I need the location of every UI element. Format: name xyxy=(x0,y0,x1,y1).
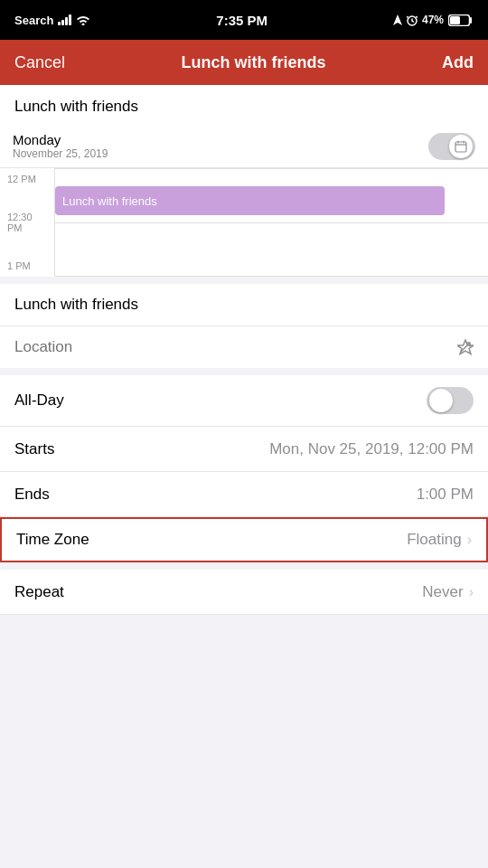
calendar-view-toggle[interactable] xyxy=(428,133,475,160)
ends-label: Ends xyxy=(14,486,417,504)
calendar-day-header: Monday November 25, 2019 xyxy=(0,125,488,168)
event-block-text: Lunch with friends xyxy=(62,194,157,208)
ends-row[interactable]: Ends 1:00 PM xyxy=(0,472,488,517)
time-label-1pm: 1 PM xyxy=(7,260,49,271)
all-day-row[interactable]: All-Day xyxy=(0,375,488,427)
battery-icon xyxy=(448,14,474,26)
location-status-icon xyxy=(393,14,402,25)
time-label-12pm: 12 PM xyxy=(7,174,49,184)
nav-bar: Cancel Lunch with friends Add xyxy=(0,40,488,85)
timeline-line-mid xyxy=(55,222,488,223)
repeat-row[interactable]: Repeat Never › xyxy=(0,570,488,615)
wifi-icon xyxy=(76,14,90,25)
signal-icon xyxy=(58,14,71,25)
add-button[interactable]: Add xyxy=(442,53,474,72)
carrier-text: Search xyxy=(14,14,53,27)
nav-title: Lunch with friends xyxy=(182,53,326,72)
location-input[interactable] xyxy=(14,338,450,356)
starts-row[interactable]: Starts Mon, Nov 25, 2019, 12:00 PM xyxy=(0,427,488,472)
svg-rect-3 xyxy=(455,142,466,152)
event-name-row[interactable] xyxy=(0,284,488,326)
timeline-grid: Lunch with friends xyxy=(54,168,488,277)
location-arrow-icon xyxy=(457,339,474,355)
calendar-day-name: Monday xyxy=(13,132,108,147)
status-bar: Search 7:35 PM 47% xyxy=(0,0,488,40)
calendar-icon xyxy=(455,140,467,153)
battery-text: 47% xyxy=(422,14,444,26)
event-name-input[interactable] xyxy=(14,296,474,314)
timeline-labels: 12 PM 12:30 PM 1 PM xyxy=(0,168,54,277)
time-zone-row[interactable]: Time Zone Floating › xyxy=(0,517,488,562)
ends-value: 1:00 PM xyxy=(417,486,474,504)
repeat-section: Repeat Never › xyxy=(0,570,488,615)
timeline-line-top xyxy=(55,168,488,169)
all-day-label: All-Day xyxy=(14,392,427,410)
time-label-1230pm: 12:30 PM xyxy=(7,212,49,233)
timeline-line-bottom xyxy=(55,276,488,277)
location-row[interactable] xyxy=(0,326,488,368)
toggle-knob xyxy=(429,389,453,412)
cancel-button[interactable]: Cancel xyxy=(14,53,65,72)
alarm-icon xyxy=(407,14,418,26)
calendar-day-info: Monday November 25, 2019 xyxy=(13,132,108,160)
calendar-day-date: November 25, 2019 xyxy=(13,147,108,160)
event-name-location-section xyxy=(0,284,488,368)
time-zone-label: Time Zone xyxy=(16,531,407,549)
event-block: Lunch with friends xyxy=(55,186,445,215)
timeline: 12 PM 12:30 PM 1 PM Lunch with friends xyxy=(0,168,488,277)
calendar-toggle-knob xyxy=(449,135,473,158)
repeat-value: Never xyxy=(422,583,463,601)
status-right: 47% xyxy=(393,14,474,26)
time-zone-chevron-icon: › xyxy=(467,532,472,548)
timeline-lines xyxy=(55,168,488,277)
datetime-section: All-Day Starts Mon, Nov 25, 2019, 12:00 … xyxy=(0,375,488,562)
calendar-section: Lunch with friends Monday November 25, 2… xyxy=(0,85,488,277)
starts-label: Starts xyxy=(14,440,269,458)
event-title-display: Lunch with friends xyxy=(0,85,488,125)
starts-value: Mon, Nov 25, 2019, 12:00 PM xyxy=(269,440,474,458)
status-left: Search xyxy=(14,14,90,27)
svg-rect-2 xyxy=(450,16,460,24)
all-day-toggle[interactable] xyxy=(427,387,474,414)
repeat-chevron-icon: › xyxy=(469,584,474,600)
time-zone-value: Floating xyxy=(407,531,461,549)
status-time: 7:35 PM xyxy=(216,13,267,28)
repeat-label: Repeat xyxy=(14,583,422,601)
